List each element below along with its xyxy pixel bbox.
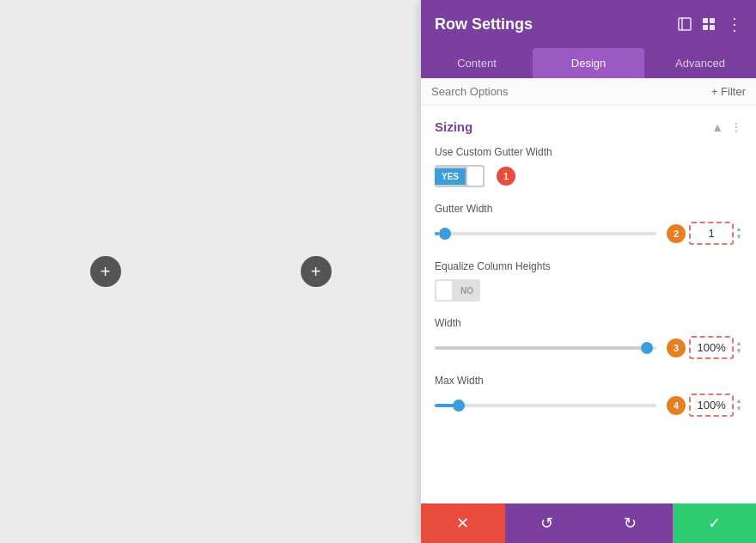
svg-rect-3 — [710, 18, 715, 23]
undo-icon: ↺ — [540, 514, 553, 533]
section-header: Sizing ▲ ⋮ — [435, 119, 742, 134]
width-slider[interactable] — [435, 346, 656, 350]
tab-advanced[interactable]: Advanced — [644, 48, 756, 78]
max-width-control: 4 100% ▲ ▼ — [435, 394, 742, 417]
gutter-width-control: 2 1 ▲ ▼ — [435, 222, 742, 245]
custom-gutter-control: YES 1 — [435, 165, 742, 187]
custom-gutter-toggle[interactable]: YES — [435, 165, 485, 187]
resize-icon[interactable] — [678, 17, 692, 31]
panel-header: Row Settings ⋮ — [421, 0, 756, 48]
width-control: 3 100% ▲ ▼ — [435, 336, 742, 359]
redo-icon: ↻ — [624, 514, 637, 533]
canvas-area: + + — [0, 0, 421, 543]
section-controls: ▲ ⋮ — [711, 120, 742, 134]
equalize-columns-toggle[interactable]: NO — [435, 279, 480, 302]
sizing-section: Sizing ▲ ⋮ Use Custom Gutter Width YES 1 — [421, 106, 756, 439]
collapse-icon[interactable]: ▲ — [711, 120, 723, 134]
svg-rect-5 — [710, 25, 715, 30]
annotation-badge-1: 1 — [497, 167, 515, 186]
width-down-arrow[interactable]: ▼ — [735, 348, 742, 356]
search-input[interactable] — [431, 85, 711, 98]
annotation-badge-4: 4 — [667, 396, 686, 415]
plus-icon-2: + — [311, 263, 321, 280]
gutter-width-label: Gutter Width — [435, 203, 742, 215]
more-options-icon[interactable]: ⋮ — [726, 14, 742, 34]
section-title: Sizing — [435, 119, 472, 134]
tabs: Content Design Advanced — [421, 48, 756, 78]
max-width-down-arrow[interactable]: ▼ — [735, 406, 742, 413]
gutter-value-wrap: 1 ▲ ▼ — [689, 222, 742, 245]
redo-button[interactable]: ↻ — [588, 503, 673, 543]
max-width-label: Max Width — [435, 375, 742, 387]
annotation-badge-3: 3 — [667, 339, 686, 357]
gutter-width-setting: Gutter Width 2 1 ▲ ▼ — [435, 203, 742, 245]
panel-title: Row Settings — [435, 15, 533, 34]
gutter-down-arrow[interactable]: ▼ — [735, 234, 742, 241]
max-width-value-wrap: 100% ▲ ▼ — [689, 394, 742, 417]
tab-content[interactable]: Content — [421, 48, 533, 78]
save-button[interactable]: ✓ — [673, 503, 757, 543]
gutter-stepper: ▲ ▼ — [735, 226, 742, 241]
toggle-thumb — [467, 167, 483, 186]
svg-rect-2 — [703, 18, 708, 23]
cancel-button[interactable]: ✕ — [421, 503, 505, 543]
equalize-columns-control: NO — [435, 279, 742, 302]
width-stepper: ▲ ▼ — [735, 340, 742, 356]
annotation-badge-2: 2 — [667, 224, 686, 243]
equalize-columns-label: Equalize Column Heights — [435, 260, 742, 272]
gutter-width-value[interactable]: 1 — [689, 222, 734, 245]
toggle-no-label: NO — [454, 283, 480, 299]
width-value[interactable]: 100% — [689, 336, 734, 359]
width-value-wrap: 100% ▲ ▼ — [689, 336, 742, 359]
equalize-columns-setting: Equalize Column Heights NO — [435, 260, 742, 302]
width-label: Width — [435, 317, 742, 329]
panel-footer: ✕ ↺ ↻ ✓ — [421, 503, 756, 543]
tab-design[interactable]: Design — [533, 48, 644, 78]
plus-icon-1: + — [101, 263, 111, 280]
width-setting: Width 3 100% ▲ ▼ — [435, 317, 742, 359]
max-width-stepper: ▲ ▼ — [735, 398, 742, 413]
max-width-slider[interactable] — [435, 404, 656, 407]
panel-content: Sizing ▲ ⋮ Use Custom Gutter Width YES 1 — [421, 106, 756, 503]
save-icon: ✓ — [708, 514, 721, 533]
gutter-width-slider[interactable] — [435, 232, 656, 235]
svg-rect-0 — [679, 18, 691, 30]
filter-button[interactable]: + Filter — [711, 85, 746, 98]
toggle-thumb-no — [436, 281, 452, 300]
search-bar: + Filter — [421, 78, 756, 106]
svg-rect-4 — [703, 25, 708, 30]
max-width-setting: Max Width 4 100% ▲ ▼ — [435, 375, 742, 417]
section-more-icon[interactable]: ⋮ — [730, 120, 742, 134]
grid-icon[interactable] — [702, 17, 716, 31]
custom-gutter-setting: Use Custom Gutter Width YES 1 — [435, 146, 742, 187]
undo-button[interactable]: ↺ — [505, 503, 589, 543]
header-icons: ⋮ — [678, 14, 742, 34]
toggle-yes-label: YES — [435, 168, 466, 185]
max-width-value[interactable]: 100% — [689, 394, 734, 417]
cancel-icon: ✕ — [456, 514, 469, 533]
add-column-btn-1[interactable]: + — [90, 256, 121, 287]
add-column-btn-2[interactable]: + — [301, 256, 332, 287]
custom-gutter-label: Use Custom Gutter Width — [435, 146, 742, 158]
settings-panel: Row Settings ⋮ Content — [421, 0, 756, 543]
